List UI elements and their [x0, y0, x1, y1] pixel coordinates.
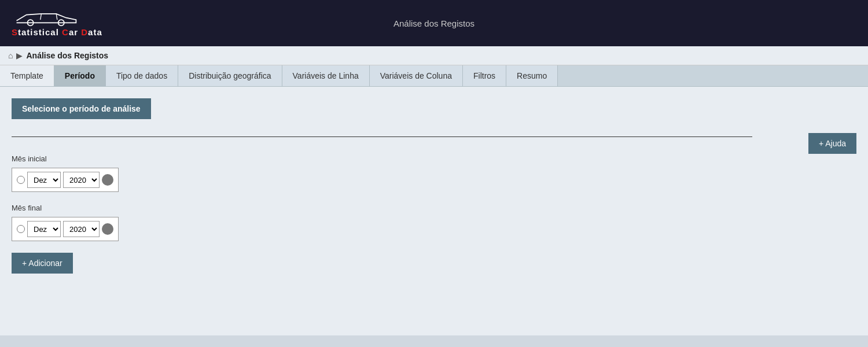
mes-inicial-year-select[interactable]: 20182019202020212022	[63, 172, 100, 188]
mes-inicial-label: Mês inicial	[12, 154, 856, 163]
logo-tatistical: tatistical	[18, 27, 62, 37]
mes-inicial-row: JanFevMarAbr MaiJunJulAgo SetOutNovDez 2…	[12, 168, 856, 192]
car-logo-icon	[12, 10, 81, 27]
main-content: Selecione o período de análise + Ajuda M…	[0, 87, 868, 335]
tab-distribuicao[interactable]: Distribuição geográfica	[178, 65, 282, 86]
mes-final-radio[interactable]	[17, 225, 25, 233]
home-icon[interactable]: ⌂	[8, 51, 13, 60]
logo-c: C	[62, 27, 69, 37]
mes-inicial-wrapper: JanFevMarAbr MaiJunJulAgo SetOutNovDez 2…	[12, 168, 119, 192]
svg-line-2	[41, 13, 42, 19]
app-header: Statistical Car Data Análise dos Registo…	[0, 0, 868, 46]
mes-final-year-select[interactable]: 20182019202020212022	[63, 221, 100, 237]
help-button[interactable]: + Ajuda	[808, 133, 856, 154]
tab-variaveis-linha[interactable]: Variáveis de Linha	[282, 65, 370, 86]
adicionar-button[interactable]: + Adicionar	[12, 253, 73, 274]
mes-inicial-month-select[interactable]: JanFevMarAbr MaiJunJulAgo SetOutNovDez	[27, 172, 61, 188]
tabs-bar: TemplatePeríodoTipo de dadosDistribuição…	[0, 65, 868, 87]
svg-line-3	[56, 13, 57, 19]
logo-ata: ata	[88, 27, 102, 37]
mes-final-row: JanFevMarAbr MaiJunJulAgo SetOutNovDez 2…	[12, 217, 856, 241]
breadcrumb-arrow: ▶	[16, 51, 23, 60]
mes-inicial-clear-btn[interactable]	[102, 174, 113, 186]
mes-inicial-radio[interactable]	[17, 176, 25, 184]
tab-resumo[interactable]: Resumo	[506, 65, 558, 86]
mes-final-label: Mês final	[12, 204, 856, 212]
mes-final-clear-btn[interactable]	[102, 223, 113, 235]
separator	[12, 136, 752, 137]
header-title: Análise dos Registos	[393, 19, 475, 28]
breadcrumb: ⌂ ▶ Análise dos Registos	[0, 46, 868, 65]
tab-variaveis-coluna[interactable]: Variáveis de Coluna	[370, 65, 463, 86]
tab-filtros[interactable]: Filtros	[463, 65, 506, 86]
logo: Statistical Car Data	[12, 10, 102, 37]
logo-text: Statistical Car Data	[12, 27, 102, 37]
breadcrumb-current: Análise dos Registos	[26, 51, 108, 60]
mes-final-month-select[interactable]: JanFevMarAbr MaiJunJulAgo SetOutNovDez	[27, 221, 61, 237]
logo-ar: ar	[69, 27, 81, 37]
tab-tipo-dados[interactable]: Tipo de dados	[106, 65, 178, 86]
mes-final-wrapper: JanFevMarAbr MaiJunJulAgo SetOutNovDez 2…	[12, 217, 119, 241]
form-area: Mês inicial JanFevMarAbr MaiJunJulAgo Se…	[12, 149, 856, 279]
tab-template[interactable]: Template	[0, 65, 54, 86]
tab-periodo[interactable]: Período	[54, 65, 106, 86]
section-header: Selecione o período de análise	[12, 98, 151, 119]
logo-d: D	[81, 27, 88, 37]
logo-s: S	[12, 27, 18, 37]
